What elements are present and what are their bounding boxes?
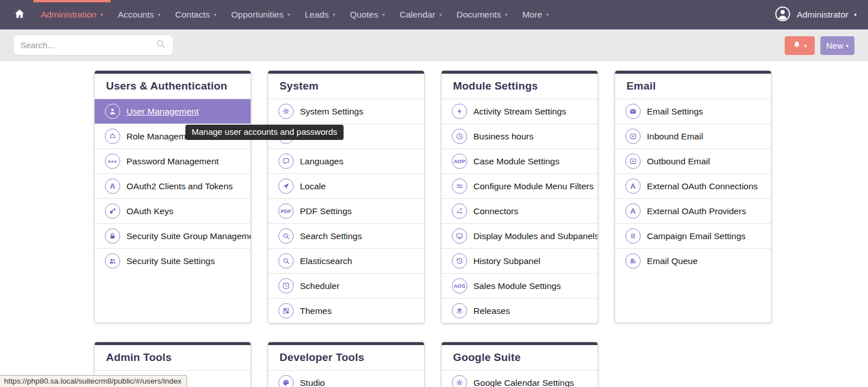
key-icon — [105, 203, 120, 219]
admin-item-elasticsearch[interactable]: Elasticsearch — [268, 248, 424, 273]
admin-item-business-hours[interactable]: Business hours — [442, 124, 598, 148]
nav-item-opportunities[interactable]: Opportunities▾ — [224, 0, 298, 29]
admin-item-case-module-settings[interactable]: AOPCase Module Settings — [442, 148, 598, 173]
inbound-email-icon — [625, 129, 641, 144]
user-menu[interactable]: Administrator ▾ — [774, 0, 868, 29]
chevron-down-icon: ▾ — [846, 43, 849, 49]
admin-item-languages[interactable]: Languages — [268, 148, 424, 173]
nav-item-label: Contacts — [175, 10, 210, 20]
nav-item-more[interactable]: More▾ — [515, 0, 556, 29]
admin-item-search-settings[interactable]: Search Settings — [268, 223, 424, 248]
admin-item-external-oauth-connections[interactable]: AExternal OAuth Connections — [615, 173, 771, 198]
card-row: Admin ToolsDeveloper ToolsStudioGoogle S… — [94, 342, 868, 387]
home-button[interactable] — [0, 0, 33, 29]
gear-icon — [452, 375, 467, 387]
admin-item-label: Locale — [300, 181, 326, 192]
admin-item-studio[interactable]: Studio — [268, 370, 424, 387]
admin-item-history-subpanel[interactable]: History Subpanel — [442, 248, 598, 273]
notifications-button[interactable]: ▾ — [785, 36, 815, 55]
admin-item-campaign-email-settings[interactable]: Campaign Email Settings — [615, 223, 771, 248]
admin-card-system: SystemSystem Settings$CurrenciesLanguage… — [268, 70, 425, 324]
nav-item-label: Administration — [41, 10, 96, 20]
admin-item-label: Connectors — [473, 206, 518, 216]
admin-item-locale[interactable]: Locale — [268, 173, 424, 198]
sliders-icon — [452, 178, 467, 194]
admin-item-label: Google Calendar Settings — [473, 378, 574, 387]
nav-item-label: More — [522, 10, 542, 20]
admin-item-oauth2-clients-and-tokens[interactable]: AOAuth2 Clients and Tokens — [95, 173, 251, 198]
hat-icon — [105, 129, 120, 144]
admin-item-label: External OAuth Connections — [647, 181, 758, 192]
aop-icon: AOP — [452, 154, 467, 169]
admin-item-label: Themes — [300, 306, 332, 316]
monitor-icon — [452, 228, 467, 244]
admin-item-system-settings[interactable]: System Settings — [268, 99, 424, 124]
nav-item-leads[interactable]: Leads▾ — [297, 0, 342, 29]
nav-item-quotes[interactable]: Quotes▾ — [342, 0, 392, 29]
chevron-down-icon: ▾ — [505, 12, 508, 18]
admin-item-email-queue[interactable]: Email Queue — [615, 248, 771, 273]
admin-item-display-modules-and-subpanels[interactable]: Display Modules and Subpanels — [442, 223, 598, 248]
admin-item-external-oauth-providers[interactable]: AExternal OAuth Providers — [615, 198, 771, 223]
nav-item-administration[interactable]: Administration▾ — [33, 0, 111, 29]
admin-item-themes[interactable]: Themes — [268, 298, 424, 323]
admin-item-google-calendar-settings[interactable]: Google Calendar Settings — [442, 370, 598, 387]
admin-item-security-suite-group-management[interactable]: Security Suite Group Management — [95, 223, 251, 248]
chevron-down-icon: ▾ — [439, 12, 442, 18]
admin-item-label: Security Suite Settings — [126, 256, 215, 266]
admin-item-label: Inbound Email — [647, 131, 703, 142]
nav-item-contacts[interactable]: Contacts▾ — [168, 0, 224, 29]
admin-item-label: System Settings — [300, 107, 363, 117]
admin-item-scheduler[interactable]: Scheduler — [268, 273, 424, 298]
home-icon — [14, 8, 26, 22]
users-icon — [105, 253, 120, 269]
admin-item-outbound-email[interactable]: Outbound Email — [615, 148, 771, 173]
admin-item-activity-stream-settings[interactable]: Activity Stream Settings — [442, 99, 598, 124]
admin-item-label: Security Suite Group Management — [126, 231, 251, 241]
admin-item-label: Business hours — [473, 131, 533, 142]
admin-item-label: Configure Module Menu Filters — [473, 181, 594, 192]
nav-item-label: Leads — [304, 10, 328, 20]
chevron-down-icon: ▾ — [158, 12, 161, 18]
admin-item-configure-module-menu-filters[interactable]: Configure Module Menu Filters — [442, 173, 598, 198]
history-icon — [452, 253, 467, 269]
nav-item-label: Accounts — [118, 10, 154, 20]
search-input[interactable] — [20, 40, 155, 50]
admin-card-module-settings: Module SettingsActivity Stream SettingsB… — [441, 70, 598, 324]
admin-item-label: Search Settings — [300, 231, 362, 241]
speech-bubble-icon — [278, 154, 294, 169]
admin-item-label: Scheduler — [300, 281, 340, 291]
admin-item-releases[interactable]: Releases — [442, 298, 598, 323]
admin-item-user-management[interactable]: User Management — [95, 99, 251, 124]
admin-item-label: Sales Module Settings — [473, 281, 561, 291]
envelope-icon — [625, 104, 641, 119]
nav-item-accounts[interactable]: Accounts▾ — [111, 0, 168, 29]
admin-item-pdf-settings[interactable]: PDFPDF Settings — [268, 198, 424, 223]
admin-item-label: External OAuth Providers — [647, 206, 746, 216]
search-box[interactable] — [14, 35, 173, 55]
nav-item-calendar[interactable]: Calendar▾ — [392, 0, 449, 29]
admin-panels: Users & AuthenticationUser ManagementRol… — [0, 61, 868, 387]
asterisks-icon: *** — [105, 154, 120, 169]
new-button-label: New — [826, 41, 843, 50]
admin-item-connectors[interactable]: Connectors — [442, 198, 598, 223]
nav-item-documents[interactable]: Documents▾ — [449, 0, 515, 29]
admin-item-security-suite-settings[interactable]: Security Suite Settings — [95, 248, 251, 273]
admin-item-label: Languages — [300, 156, 344, 167]
admin-item-email-settings[interactable]: Email Settings — [615, 99, 771, 124]
card-title: System — [268, 74, 424, 99]
admin-item-inbound-email[interactable]: Inbound Email — [615, 124, 771, 148]
item-tooltip: Manage user accounts and passwords — [185, 125, 344, 140]
snail-icon — [625, 253, 641, 269]
card-title: Google Suite — [442, 345, 598, 370]
admin-item-oauth-keys[interactable]: OAuth Keys — [95, 198, 251, 223]
admin-item-label: Display Modules and Subpanels — [473, 231, 598, 241]
palette-icon — [278, 375, 294, 387]
new-button[interactable]: New ▾ — [820, 36, 854, 55]
outbound-email-icon — [625, 154, 641, 169]
admin-item-password-management[interactable]: ***Password Management — [95, 148, 251, 173]
card-title: Users & Authentication — [95, 74, 251, 99]
admin-item-sales-module-settings[interactable]: AOSSales Module Settings — [442, 273, 598, 298]
chevron-down-icon: ▾ — [214, 12, 217, 18]
bell-icon — [793, 41, 801, 51]
